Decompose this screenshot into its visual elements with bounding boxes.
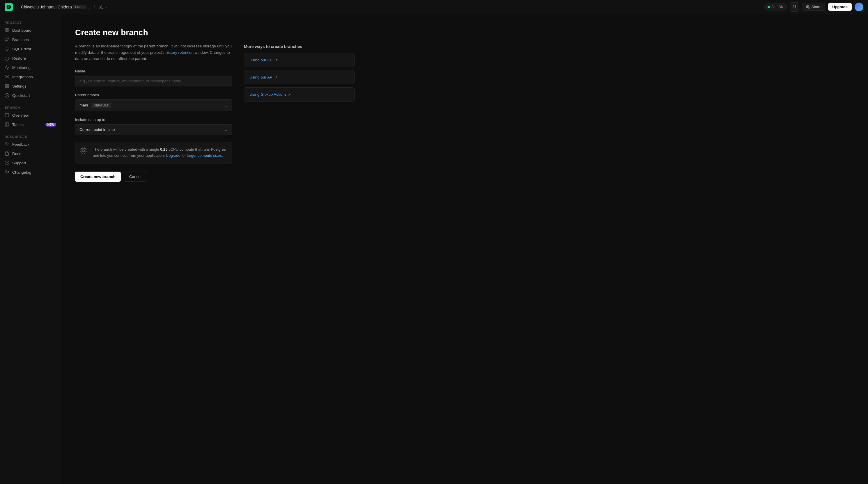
sidebar-item-support[interactable]: Support — [0, 158, 61, 167]
create-branch-button[interactable]: Create new branch — [75, 172, 121, 182]
include-data-select-wrapper: Current point in time ⌄ — [75, 124, 232, 135]
notifications-button[interactable] — [790, 2, 799, 12]
app-logo[interactable] — [5, 3, 13, 11]
svg-rect-3 — [5, 31, 7, 32]
feedback-label: Feedback — [12, 142, 56, 147]
support-label: Support — [12, 161, 56, 165]
branch-section-label: BRANCH — [0, 103, 61, 110]
include-data-field-group: Include data up to Current point in time… — [75, 118, 232, 135]
svg-rect-2 — [7, 29, 9, 30]
tables-new-badge: NEW — [45, 123, 56, 127]
project-plan-badge: FREE — [73, 5, 86, 9]
svg-point-12 — [6, 86, 7, 87]
include-data-select[interactable]: Current point in time ⌄ — [75, 124, 232, 135]
svg-point-19 — [5, 142, 7, 144]
sidebar-item-branches[interactable]: Branches — [0, 35, 61, 44]
navbar: / Chiwetelu Johnpaul Chidera FREE ⌄ / p1… — [0, 0, 868, 14]
integrations-label: Integrations — [12, 75, 56, 79]
branches-icon — [5, 37, 9, 42]
svg-rect-14 — [5, 114, 9, 117]
quickstart-label: Quickstart — [12, 93, 56, 98]
svg-point-0 — [806, 5, 808, 7]
api-external-icon: ↗ — [275, 75, 278, 79]
github-actions-card[interactable]: Using GitHub Actions ↗ — [244, 87, 354, 101]
status-label: ALL OK — [771, 5, 783, 9]
sql-icon — [5, 46, 9, 51]
sidebar-item-docs[interactable]: Docs — [0, 149, 61, 158]
support-icon — [5, 161, 9, 165]
sidebar-item-dashboard[interactable]: Dashboard — [0, 26, 61, 35]
status-badge: ALL OK — [764, 3, 787, 10]
parent-branch-select-wrapper: main DEFAULT ⌄ — [75, 99, 232, 111]
svg-point-22 — [5, 170, 7, 172]
compute-icon — [80, 147, 89, 157]
monitoring-icon — [5, 65, 9, 70]
nav-sep-1: / — [16, 5, 18, 9]
parent-branch-field-group: Parent branch main DEFAULT ⌄ — [75, 93, 232, 111]
share-label: Share — [811, 5, 822, 9]
branch-selector[interactable]: p1 ⌄ — [98, 5, 108, 9]
form-column: A branch is an independent copy of the p… — [75, 43, 232, 182]
cli-link[interactable]: Using our CLI ↗ — [249, 58, 349, 62]
branch-name-input[interactable] — [75, 76, 232, 86]
svg-rect-8 — [5, 47, 9, 50]
form-actions: Create new branch Cancel — [75, 172, 232, 182]
cli-card[interactable]: Using our CLI ↗ — [244, 53, 354, 67]
upgrade-button[interactable]: Upgrade — [828, 3, 852, 11]
include-data-value: Current point in time — [80, 127, 115, 132]
svg-point-6 — [7, 38, 9, 39]
api-link[interactable]: Using our API ↗ — [249, 75, 349, 79]
sidebar-item-restore[interactable]: Restore — [0, 54, 61, 63]
github-actions-link[interactable]: Using GitHub Actions ↗ — [249, 92, 349, 97]
dashboard-label: Dashboard — [12, 28, 56, 33]
sidebar-item-settings[interactable]: Settings — [0, 82, 61, 91]
parent-branch-chevron-icon: ⌄ — [224, 103, 228, 108]
sidebar-item-sql-editor[interactable]: SQL Editor — [0, 44, 61, 54]
docs-icon — [5, 151, 9, 156]
sidebar-item-quickstart[interactable]: Quickstart — [0, 91, 61, 100]
parent-branch-value: main — [80, 103, 88, 107]
feedback-icon — [5, 142, 9, 147]
tables-icon — [5, 122, 9, 127]
panel-title: More ways to create branches — [244, 44, 354, 49]
dashboard-icon — [5, 28, 9, 33]
integrations-icon — [5, 74, 9, 79]
svg-point-11 — [6, 76, 7, 77]
upgrade-link[interactable]: Upgrade for larger compute sizes. — [166, 153, 223, 158]
app-layout: PROJECT Dashboard Branches SQL Editor Re… — [0, 14, 868, 484]
branch-chevron-icon: ⌄ — [104, 5, 108, 9]
docs-label: Docs — [12, 152, 56, 156]
info-box: The branch will be created with a single… — [75, 142, 232, 164]
sidebar-item-feedback[interactable]: Feedback — [0, 140, 61, 149]
nav-sep-2: / — [94, 5, 95, 9]
svg-rect-26 — [81, 148, 86, 153]
settings-label: Settings — [12, 84, 56, 89]
share-button[interactable]: Share — [802, 3, 826, 11]
sidebar-item-changelog[interactable]: Changelog — [0, 167, 61, 177]
parent-branch-select[interactable]: main DEFAULT ⌄ — [75, 99, 232, 111]
sidebar-item-tables[interactable]: Tables NEW — [0, 120, 61, 129]
svg-rect-27 — [83, 150, 85, 152]
parent-branch-label: Parent branch — [75, 93, 232, 97]
info-text: The branch will be created with a single… — [93, 147, 227, 159]
cancel-button[interactable]: Cancel — [124, 172, 147, 182]
project-chevron-icon: ⌄ — [87, 5, 90, 9]
branch-name: p1 — [98, 5, 103, 9]
resources-section-label: RESOURCES — [0, 133, 61, 140]
svg-rect-4 — [7, 31, 9, 32]
project-selector[interactable]: Chiwetelu Johnpaul Chidera FREE ⌄ — [21, 5, 90, 9]
sidebar-item-overview[interactable]: Overview — [0, 110, 61, 120]
sidebar-item-monitoring[interactable]: Monitoring — [0, 63, 61, 72]
tables-label: Tables — [12, 123, 42, 127]
sidebar-item-integrations[interactable]: Integrations — [0, 72, 61, 82]
include-data-chevron-icon: ⌄ — [224, 127, 228, 132]
settings-icon — [5, 84, 9, 89]
content-grid: A branch is an independent copy of the p… — [75, 43, 354, 182]
api-card[interactable]: Using our API ↗ — [244, 70, 354, 84]
history-retention-link[interactable]: history retention — [166, 50, 193, 55]
avatar[interactable] — [855, 3, 863, 11]
default-tag: DEFAULT — [91, 103, 111, 108]
name-label: Name — [75, 69, 232, 73]
include-data-label: Include data up to — [75, 118, 232, 122]
svg-point-7 — [5, 40, 6, 41]
